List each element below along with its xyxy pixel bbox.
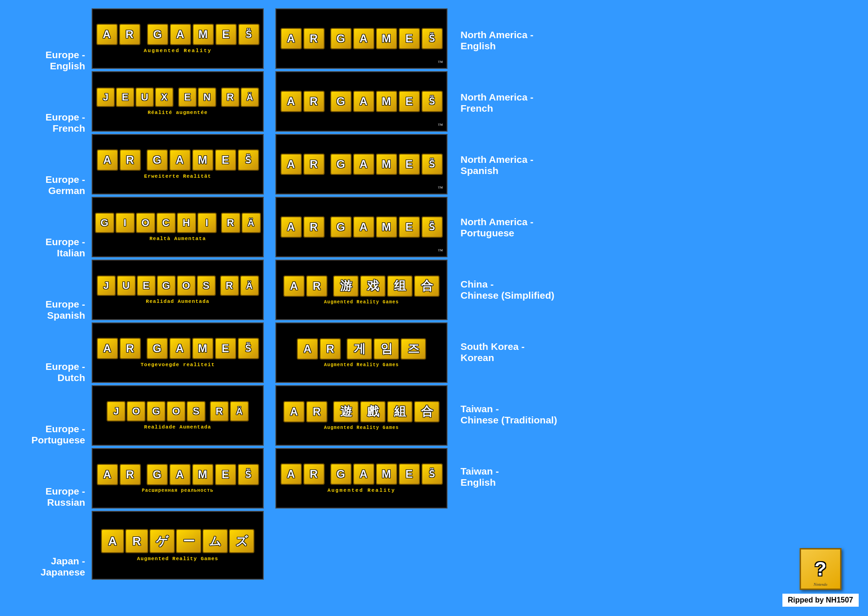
label-europe-italian: Europe - Italian (5, 196, 91, 259)
right-labels-column: North America - English North America - … (449, 7, 579, 609)
label-taiwan-traditional: Taiwan - Chinese (Traditional) (461, 383, 579, 446)
label-na-spanish: North America - Spanish (461, 134, 579, 196)
card-europe-italian[interactable]: G I O C H I R Ä Realtà Aumentata (92, 197, 264, 257)
left-cards-column: A R G A M E S̈ Augmented Reality J E U X… (91, 7, 265, 609)
question-mark-icon: ? (815, 558, 827, 580)
label-korea-korean: South Korea - Korean (461, 321, 579, 383)
left-labels-column: Europe - English Europe - French Europe … (5, 7, 91, 609)
card-china-chinese[interactable]: A R 游 戏 组 合 Augmented Reality Games (275, 260, 447, 320)
card-na-portuguese[interactable]: A R G A M E S̈ ™ (275, 197, 447, 257)
card-taiwan-english[interactable]: A R G A M E S̈ Augmented Reality (275, 448, 447, 509)
card-japan-japanese[interactable]: A R ゲ ー ム ズ Augmented Reality Games (92, 511, 264, 580)
label-japan-japanese: Japan - Japanese (5, 508, 91, 578)
card-na-spanish[interactable]: A R G A M E S̈ ™ (275, 134, 447, 194)
label-europe-dutch: Europe - Dutch (5, 321, 91, 383)
label-europe-russian: Europe - Russian (5, 446, 91, 508)
card-na-english[interactable]: A R G A M E S̈ ™ (275, 8, 447, 69)
card-taiwan-traditional[interactable]: A R 遊 戲 組 合 Augmented Reality Games (275, 385, 447, 446)
nintendo-mystery-box: ? Nintendo (800, 548, 841, 590)
label-na-french: North America - French (461, 72, 579, 134)
label-europe-spanish: Europe - Spanish (5, 259, 91, 321)
card-europe-dutch[interactable]: A R G A M E S̈ Toegevoegde realiteit (92, 322, 264, 383)
right-cards-column: A R G A M E S̈ ™ A R G A M E S̈ (274, 7, 449, 609)
card-europe-english[interactable]: A R G A M E S̈ Augmented Reality (92, 8, 264, 69)
ripped-by-label: Ripped by NH1507 (782, 594, 859, 607)
label-na-english: North America - English (461, 9, 579, 72)
card-na-french[interactable]: A R G A M E S̈ ™ (275, 71, 447, 132)
card-europe-russian[interactable]: A R G A M E S̈ Расширенная реальность (92, 448, 264, 509)
card-europe-spanish[interactable]: J U E G O S R Ä Realidad Aumentada (92, 260, 264, 320)
label-na-portuguese: North America - Portuguese (461, 196, 579, 259)
bottom-right-area: ? Nintendo Ripped by NH1507 (782, 548, 859, 607)
card-europe-german[interactable]: A R G A M E S̈ Erweiterte Realität (92, 134, 264, 194)
label-europe-portuguese: Europe - Portuguese (5, 383, 91, 446)
nintendo-label: Nintendo (814, 583, 827, 587)
label-europe-french: Europe - French (5, 72, 91, 134)
label-china-chinese: China - Chinese (Simplified) (461, 259, 579, 321)
card-korea-korean[interactable]: A R 게 임 즈 Augmented Reality Games (275, 322, 447, 383)
label-europe-english: Europe - English (5, 9, 91, 72)
label-taiwan-english: Taiwan - English (461, 446, 579, 508)
card-europe-portuguese[interactable]: J O G O S R Ä Realidade Aumentada (92, 385, 264, 446)
card-europe-french[interactable]: J E U X E N R Ä Réalité augmentée (92, 71, 264, 132)
label-europe-german: Europe - German (5, 134, 91, 196)
